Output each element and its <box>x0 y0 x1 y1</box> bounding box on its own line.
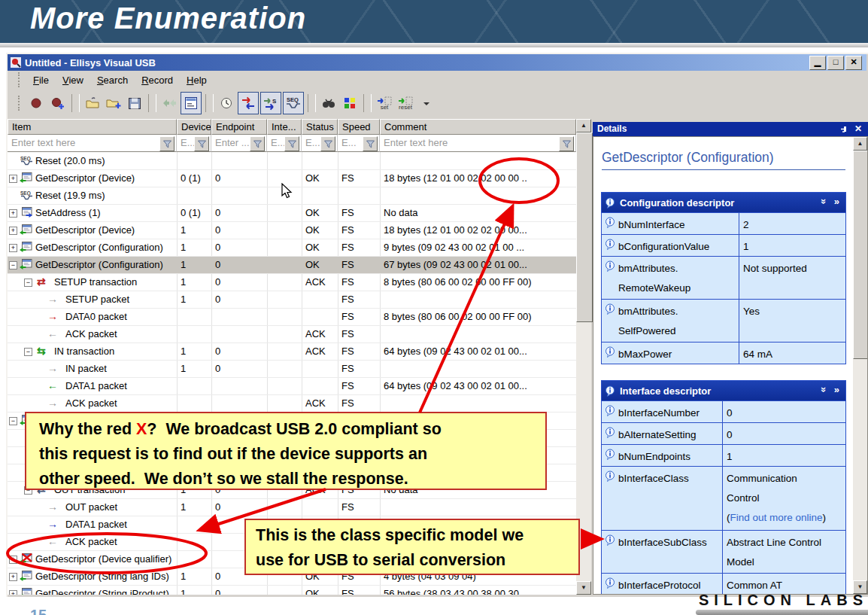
table-row[interactable]: →ACK packetACKFS <box>8 395 576 413</box>
filter-funnel-icon[interactable] <box>250 136 265 151</box>
table-row[interactable]: −⇆IN transaction10ACKFS64 bytes (09 02 4… <box>8 343 576 361</box>
transactions-view-icon[interactable] <box>238 92 259 114</box>
reset-marker-icon[interactable]: reset <box>396 93 415 114</box>
menu-search[interactable]: Search <box>90 72 135 88</box>
filter-item[interactable]: Enter text here <box>8 135 177 152</box>
filter-funnel-icon[interactable] <box>363 136 378 151</box>
filter-funnel-icon[interactable] <box>320 136 335 151</box>
silicon-labs-logo: SILICON LABS <box>696 592 868 609</box>
col-header-device[interactable]: Device <box>177 119 211 135</box>
find-out-more-link[interactable]: Find out more online <box>730 512 823 523</box>
transfers-view-icon[interactable]: S <box>260 92 281 114</box>
close-button[interactable]: ✕ <box>845 56 862 70</box>
sequences-view-icon[interactable]: SEQ <box>283 92 304 114</box>
table-row[interactable]: ←DATA1 packetFS64 bytes (09 02 43 00 02 … <box>8 378 576 395</box>
cell-endpoint: 0 <box>215 363 266 374</box>
filter-device[interactable]: E... <box>177 135 211 152</box>
expand-toggle[interactable]: + <box>9 227 17 235</box>
expand-toggle[interactable]: − <box>9 261 17 269</box>
open-folder-icon[interactable] <box>83 93 102 114</box>
more-options-icon[interactable]: » <box>834 384 839 395</box>
expand-toggle[interactable]: − <box>9 417 17 425</box>
details-view-icon[interactable] <box>181 92 202 114</box>
find-icon[interactable] <box>319 93 338 114</box>
back-arrows-icon[interactable] <box>159 93 179 114</box>
table-row[interactable]: →SETUP packet10FS <box>8 291 576 309</box>
expand-toggle[interactable]: + <box>9 244 17 252</box>
collapse-icon[interactable]: » <box>818 199 830 204</box>
scroll-down-icon[interactable]: ▼ <box>576 581 591 595</box>
expand-toggle[interactable]: + <box>9 209 17 218</box>
table-row[interactable]: →IN packet10FS <box>8 361 576 378</box>
table-row[interactable]: →OUT packet10FS <box>8 499 576 516</box>
expand-toggle[interactable]: + <box>9 175 17 183</box>
desc-in-icon <box>20 224 32 238</box>
table-row[interactable]: −⇄SETUP transaction10ACKFS8 bytes (80 06… <box>8 274 576 291</box>
expand-toggle[interactable]: − <box>24 348 32 356</box>
descriptor-field: bMaxPower64 mA <box>602 342 845 364</box>
close-panel-icon[interactable]: ✕ <box>854 123 862 134</box>
scrollbar-thumb[interactable] <box>576 132 593 322</box>
record-add-icon[interactable] <box>48 93 68 114</box>
details-heading-link[interactable]: GetDescriptor (Configuration) <box>602 150 845 170</box>
table-row[interactable]: SEQReset (20.0 ms) <box>8 153 576 170</box>
filter-funnel-icon[interactable] <box>159 136 175 151</box>
expand-toggle[interactable]: − <box>24 279 32 287</box>
table-row[interactable]: +GetDescriptor (Device)10OKFS18 bytes (1… <box>8 222 576 239</box>
cell-item: GetDescriptor (Device) <box>35 224 177 236</box>
col-header-speed[interactable]: Speed <box>338 119 380 135</box>
cell-speed: FS <box>341 380 379 391</box>
collapse-icon[interactable]: » <box>818 387 830 392</box>
details-panel-titlebar: Details ✕ <box>593 122 868 136</box>
field-label: bMaxPower <box>618 345 672 364</box>
filter-status[interactable]: E... <box>302 135 338 152</box>
set-marker-icon[interactable]: set <box>375 93 394 114</box>
field-label: bInterfaceSubClass <box>618 533 707 553</box>
table-row[interactable]: +GetDescriptor (Configuration)10OKFS9 by… <box>8 239 576 257</box>
col-header-endpoint[interactable]: Endpoint <box>211 119 267 135</box>
clock-icon[interactable] <box>217 93 236 114</box>
menu-help[interactable]: Help <box>180 72 214 88</box>
more-options-icon[interactable]: » <box>834 196 839 207</box>
col-header-interface[interactable]: Inte... <box>267 119 302 135</box>
scrollbar-thumb[interactable] <box>853 151 868 359</box>
minimize-button[interactable]: ▁ <box>809 56 826 70</box>
filter-funnel-icon[interactable] <box>284 136 299 151</box>
expand-toggle[interactable]: + <box>9 573 17 581</box>
cell-endpoint: 0 <box>215 207 266 218</box>
filter-endpoint[interactable]: Enter ... <box>211 135 267 152</box>
menu-record[interactable]: Record <box>135 72 180 88</box>
table-row[interactable]: +GetDescriptor (String iProduct)10OKFS56… <box>8 586 576 595</box>
filter-funnel-icon[interactable] <box>559 136 574 151</box>
pin-icon[interactable] <box>839 125 848 136</box>
record-icon[interactable] <box>27 93 47 114</box>
filter-funnel-icon[interactable] <box>194 136 209 151</box>
expand-toggle[interactable]: + <box>9 590 17 595</box>
scroll-up-icon[interactable]: ▲ <box>576 119 591 132</box>
descriptor-field: bInterfaceSubClassAbstract Line Control … <box>602 530 845 573</box>
mouse-cursor <box>281 183 294 200</box>
filter-comment[interactable]: Enter text here <box>380 135 576 152</box>
filter-speed[interactable]: E... <box>338 135 380 152</box>
table-row[interactable]: →DATA0 packetFS8 bytes (80 06 00 02 00 0… <box>8 309 576 326</box>
table-row[interactable]: +SetAddress (1)0 (1)0OKFSNo data <box>8 205 576 222</box>
details-scrollbar[interactable]: ▲ ▼ <box>853 137 867 594</box>
maximize-button[interactable]: □ <box>827 56 844 70</box>
menu-view[interactable]: View <box>56 72 90 88</box>
expand-toggle[interactable]: + <box>9 556 17 564</box>
scroll-up-icon[interactable]: ▲ <box>853 137 867 151</box>
colors-icon[interactable] <box>340 93 360 114</box>
col-header-status[interactable]: Status <box>302 119 338 135</box>
col-header-comment[interactable]: Comment <box>380 119 576 135</box>
col-header-item[interactable]: Item <box>8 119 177 135</box>
more-dropdown-icon[interactable] <box>417 93 436 114</box>
table-row[interactable]: −GetDescriptor (Configuration)10OKFS67 b… <box>8 257 576 274</box>
info-icon <box>605 346 615 360</box>
menu-file[interactable]: File <box>26 72 56 88</box>
filter-interface[interactable]: E... <box>267 135 302 152</box>
save-icon[interactable] <box>125 93 144 114</box>
cell-device: 1 <box>181 363 211 374</box>
open-folder-add-icon[interactable] <box>104 93 123 114</box>
window-titlebar[interactable]: Untitled - Ellisys Visual USB ▁ □ ✕ <box>8 54 866 71</box>
table-row[interactable]: ←ACK packetACKFS <box>8 326 576 343</box>
